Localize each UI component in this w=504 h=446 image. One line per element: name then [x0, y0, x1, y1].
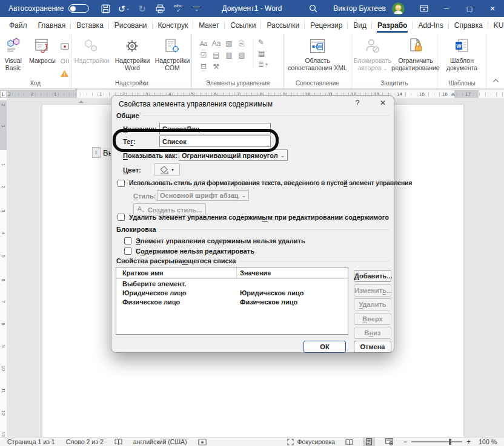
- style-dropdown[interactable]: Основной шрифт абзаца ⌄: [157, 190, 249, 201]
- content-control-button[interactable]: ⚒: [210, 61, 222, 72]
- proofing-button[interactable]: [114, 438, 122, 445]
- cannot-delete-checkbox[interactable]: Элемент управления содержимым нельзя уда…: [124, 237, 305, 244]
- customize-qat-icon: ⌄: [193, 7, 200, 11]
- content-control-button[interactable]: ⎘: [236, 38, 248, 49]
- content-control-button[interactable]: ▧: [236, 50, 248, 61]
- language[interactable]: английский (США): [133, 438, 187, 445]
- table-row[interactable]: Физическое лицо Физическое лицо: [116, 297, 348, 306]
- design-mode-button[interactable]: ✎: [258, 38, 268, 47]
- document-template-button[interactable]: W Шаблон документа: [441, 36, 483, 78]
- dialog-side-button[interactable]: Добавить...: [354, 270, 391, 282]
- indent-marker[interactable]: [74, 90, 79, 98]
- right-indent-marker[interactable]: [451, 93, 456, 96]
- vertical-ruler[interactable]: 2112345678910111213: [0, 98, 7, 437]
- cancel-button[interactable]: Отмена: [354, 341, 391, 353]
- undo-button[interactable]: ↺⌄: [116, 1, 131, 16]
- use-style-checkbox[interactable]: Использовать стиль для форматирования те…: [118, 180, 412, 187]
- content-control-button[interactable]: ⊟: [197, 61, 210, 72]
- table-row[interactable]: Юридическое лицо Юридическое лицо: [116, 288, 348, 297]
- autosave-toggle[interactable]: [68, 4, 89, 13]
- tag-input[interactable]: Список: [159, 136, 271, 147]
- record-macro-button[interactable]: [61, 41, 69, 52]
- save-button[interactable]: [98, 1, 113, 16]
- dialog-close-button[interactable]: ✕: [376, 99, 390, 110]
- ribbon-display-options-button[interactable]: [413, 0, 435, 17]
- maximize-button[interactable]: ▢: [458, 0, 481, 17]
- read-mode-button[interactable]: [343, 438, 355, 446]
- content-control-button[interactable]: ▤: [210, 50, 222, 61]
- com-addins-button[interactable]: Надстройки COM: [153, 36, 191, 78]
- ribbon-tab[interactable]: Конструк: [153, 17, 194, 33]
- avatar[interactable]: [392, 2, 405, 15]
- zoom-slider-handle[interactable]: [449, 439, 451, 445]
- content-control-handle-icon[interactable]: ⠿: [92, 147, 101, 158]
- dialog-help-button[interactable]: ?: [351, 99, 364, 110]
- color-picker-button[interactable]: ▾: [154, 163, 180, 176]
- minimize-button[interactable]: ─: [435, 0, 458, 17]
- macro-security-button[interactable]: [60, 69, 69, 80]
- ribbon-tab[interactable]: Вставка: [71, 17, 109, 33]
- zoom-level[interactable]: 100 %: [479, 438, 497, 445]
- dialog-side-button[interactable]: Удалить: [354, 298, 391, 310]
- ok-button[interactable]: ОК: [303, 341, 346, 353]
- ribbon-tab[interactable]: Рисовани: [109, 17, 153, 33]
- focus-mode-button[interactable]: Фокусировка: [287, 438, 335, 445]
- macros-button[interactable]: Макросы: [27, 36, 57, 78]
- table-row[interactable]: Выберите элемент.: [116, 279, 348, 288]
- search-button[interactable]: [304, 0, 322, 17]
- content-control-button[interactable]: Aa: [210, 38, 222, 49]
- page-count[interactable]: Страница 1 из 1: [7, 438, 55, 445]
- dialog-side-button[interactable]: Вниз: [354, 327, 391, 339]
- visual-basic-button[interactable]: Visual Basic: [0, 36, 26, 78]
- dropdown-list-properties-table[interactable]: Краткое имя Значение Выберите элемент. Ю…: [116, 267, 348, 335]
- ribbon-tab[interactable]: Ссылки: [225, 17, 261, 33]
- close-button[interactable]: ✕: [481, 0, 504, 17]
- pause-recording-button[interactable]: [61, 55, 69, 66]
- word-addins-button[interactable]: Надстройки Word: [113, 36, 152, 78]
- web-layout-button[interactable]: [383, 438, 395, 446]
- zoom-in-button[interactable]: +: [466, 438, 471, 446]
- tab-stop-selector[interactable]: L: [0, 90, 7, 98]
- zoom-out-button[interactable]: −: [403, 438, 407, 446]
- column-header-display-name[interactable]: Краткое имя: [116, 269, 236, 277]
- block-authors-button[interactable]: Блокировать авторов ⌄: [352, 36, 393, 78]
- dialog-side-button[interactable]: Вверх: [354, 313, 391, 325]
- content-control-button[interactable]: Aa: [197, 38, 210, 49]
- ribbon-tab[interactable]: Рассылки: [261, 17, 305, 33]
- dialog-side-button[interactable]: Изменить...: [354, 284, 391, 297]
- macro-recording-button[interactable]: [198, 439, 207, 445]
- word-count[interactable]: Слово 2 из 2: [66, 438, 104, 445]
- user-name[interactable]: Виктор Бухтеев: [333, 4, 386, 13]
- content-control-button[interactable]: ☑: [197, 50, 210, 61]
- ribbon-tab[interactable]: Макет: [193, 17, 225, 33]
- content-control-button[interactable]: ▨: [223, 38, 235, 49]
- ribbon-tab[interactable]: Вид: [348, 17, 372, 33]
- cannot-edit-checkbox[interactable]: Содержимое нельзя редактировать: [124, 248, 254, 255]
- ribbon-tab[interactable]: KUTOOLS: [488, 17, 504, 33]
- customize-qat-button[interactable]: ⌄: [188, 1, 204, 16]
- ribbon-tab[interactable]: Add-Ins: [413, 17, 448, 33]
- column-header-value[interactable]: Значение: [236, 267, 348, 278]
- ribbon-tab[interactable]: Главная: [33, 17, 71, 33]
- properties-button[interactable]: ▤: [258, 49, 268, 57]
- restrict-editing-button[interactable]: Ограничить редактирование: [394, 36, 437, 78]
- document-template-icon: W: [454, 36, 471, 56]
- ribbon-tab[interactable]: Разрабо: [372, 17, 413, 33]
- spelling-button[interactable]: abc✓: [170, 1, 186, 16]
- group-button[interactable]: ≣▾: [258, 60, 268, 68]
- ribbon-tab[interactable]: Рецензир: [305, 17, 348, 33]
- quick-print-button[interactable]: [152, 1, 168, 16]
- ribbon-tab[interactable]: Файл: [4, 17, 33, 33]
- content-control-button[interactable]: ▥: [223, 50, 235, 61]
- zoom-slider[interactable]: [411, 441, 462, 442]
- ribbon-tab[interactable]: Справка: [449, 17, 488, 33]
- redo-button[interactable]: ↻: [134, 1, 150, 16]
- content-controls-grid: AaAa▨⎘☑▤▥▧⊟⚒: [193, 33, 248, 72]
- collapse-ribbon-button[interactable]: [493, 79, 498, 84]
- show-as-dropdown[interactable]: Ограничивающий прямоугольник ⌄: [179, 149, 288, 161]
- xml-mapping-pane-button[interactable]: Область сопоставления XML: [285, 36, 350, 78]
- remove-on-edit-checkbox[interactable]: Удалить элемент управления содержимым пр…: [118, 214, 389, 221]
- name-input[interactable]: СписокЛиц: [159, 123, 271, 134]
- addins-button[interactable]: Надстройки: [72, 36, 111, 78]
- print-layout-button[interactable]: [363, 438, 375, 446]
